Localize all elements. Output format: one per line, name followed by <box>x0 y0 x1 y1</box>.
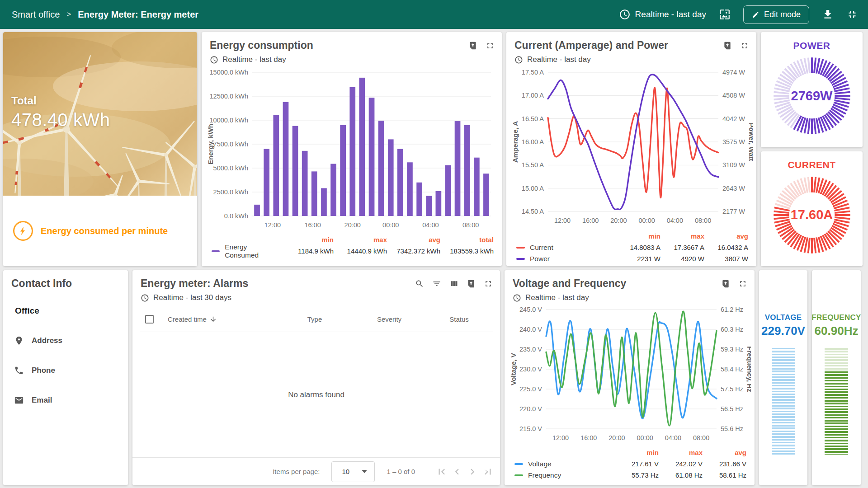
sort-arrow-icon <box>209 315 217 323</box>
legend-row: Energy Consumed 1184.9 kWh 14440.9 kWh 7… <box>212 245 494 257</box>
chart-legend: min max avg Current 14.8083 A 17.3667 A … <box>506 229 756 264</box>
svg-text:16:00: 16:00 <box>580 434 597 441</box>
svg-text:08:00: 08:00 <box>695 217 711 224</box>
columns-icon[interactable] <box>449 279 458 288</box>
contact-email-item[interactable]: Email <box>14 395 120 405</box>
legend-series-toggle[interactable]: Power <box>516 255 617 263</box>
svg-text:245.0 V: 245.0 V <box>519 306 542 313</box>
series-swatch <box>212 250 220 252</box>
legend-series-toggle[interactable]: Voltage <box>514 460 615 468</box>
svg-text:20:00: 20:00 <box>344 221 361 229</box>
last-page-icon[interactable] <box>482 466 494 478</box>
previous-page-icon[interactable] <box>451 466 463 478</box>
download-icon[interactable] <box>822 9 834 20</box>
total-energy-card: Total 478.40 kWh Energy consumed per min… <box>3 32 197 266</box>
timewindow-button[interactable]: Realtime - last day <box>619 9 706 20</box>
frequency-gauge-value: 60.90Hz <box>815 324 859 338</box>
expand-icon[interactable] <box>740 41 749 50</box>
edit-mode-button[interactable]: Edit mode <box>743 5 809 24</box>
items-per-page-label: Items per page: <box>273 468 320 475</box>
next-page-icon[interactable] <box>467 466 478 478</box>
voltage-frequency-chart[interactable]: 245.0 V61.2 Hz240.0 V60.3 Hz235.0 V59.3 … <box>508 304 751 445</box>
series-swatch <box>514 463 523 465</box>
contact-address-label: Address <box>32 336 62 345</box>
svg-text:Amperage, A: Amperage, A <box>511 121 519 163</box>
contact-address-item[interactable]: Address <box>14 336 120 346</box>
breadcrumb-dashboard[interactable]: Smart office <box>12 9 60 20</box>
legend-avg-value: 7342.372 kWh <box>387 247 440 255</box>
filter-icon[interactable] <box>432 279 441 288</box>
legend-avg-value: 231.66 V <box>703 460 746 468</box>
svg-text:59.3 Hz: 59.3 Hz <box>721 346 743 353</box>
total-value: 478.40 kWh <box>11 110 110 130</box>
export-icon[interactable] <box>723 41 732 50</box>
column-severity[interactable]: Severity <box>353 315 425 323</box>
export-icon[interactable] <box>468 41 477 50</box>
frequency-gauge-title: FREQUENCY <box>812 313 861 322</box>
svg-text:00:00: 00:00 <box>382 221 399 229</box>
items-per-page-select[interactable]: 10 <box>331 461 375 482</box>
energy-consumption-widget: Energy consumption Realtime - last day 1… <box>202 32 502 266</box>
voltage-level-gauge <box>772 348 795 455</box>
svg-text:12:00: 12:00 <box>554 217 571 224</box>
first-page-icon[interactable] <box>436 466 448 478</box>
export-icon[interactable] <box>721 279 730 288</box>
pagination-range: 1 – 0 of 0 <box>387 468 415 475</box>
alarms-widget: Energy meter: Alarms Realtime - last 30 … <box>132 270 500 485</box>
svg-text:12:00: 12:00 <box>552 434 569 441</box>
current-gauge-title: CURRENT <box>788 160 835 170</box>
legend-series-toggle[interactable]: Energy Consumed <box>212 243 280 259</box>
collapse-fullscreen-icon[interactable] <box>846 9 858 20</box>
svg-text:4042 W: 4042 W <box>722 115 745 122</box>
voltage-frequency-widget: Voltage and Frequency Realtime - last da… <box>505 270 755 485</box>
search-icon[interactable] <box>415 279 424 288</box>
widget-timewindow: Realtime - last day <box>525 293 589 302</box>
legend-header-max: max <box>659 449 703 456</box>
current-power-chart[interactable]: 17.50 A4974 W17.00 A4508 W16.50 A4042 W1… <box>510 66 753 229</box>
legend-min-value: 1184.9 kWh <box>280 247 334 255</box>
legend-header-avg: avg <box>704 232 748 240</box>
chart-legend: min max avg Voltage 217.61 V 242.02 V 23… <box>505 445 755 481</box>
alarms-pagination: Items per page: 10 1 – 0 of 0 <box>132 457 500 485</box>
legend-row: Current 14.8083 A 17.3667 A 16.0432 A <box>516 242 748 253</box>
svg-text:230.0 V: 230.0 V <box>519 366 542 373</box>
energy-consumption-chart[interactable]: 15000.0 kWh12500.0 kWh10000.0 kWh7500.0 … <box>205 66 497 232</box>
clock-icon <box>210 56 218 64</box>
expand-icon[interactable] <box>738 279 747 288</box>
svg-text:60.3 Hz: 60.3 Hz <box>721 326 743 333</box>
legend-max-value: 61.08 Hz <box>659 471 703 479</box>
svg-text:12:00: 12:00 <box>264 221 281 229</box>
power-gauge-card: POWER 2769W <box>761 32 863 147</box>
expand-icon[interactable] <box>486 41 495 50</box>
column-type[interactable]: Type <box>276 315 353 323</box>
legend-avg-value: 3807 W <box>704 255 748 263</box>
alarms-title: Energy meter: Alarms <box>141 277 248 290</box>
svg-text:00:00: 00:00 <box>639 217 655 224</box>
energy-per-minute-label: Energy consumed per minute <box>41 226 168 236</box>
legend-series-toggle[interactable]: Current <box>516 244 617 252</box>
series-swatch <box>516 258 525 260</box>
column-created-time[interactable]: Created time <box>168 315 276 323</box>
legend-series-toggle[interactable]: Frequency <box>514 471 615 479</box>
svg-text:2500.0 kWh: 2500.0 kWh <box>213 188 248 196</box>
svg-text:61.2 Hz: 61.2 Hz <box>721 306 743 313</box>
contact-title: Contact Info <box>11 277 120 290</box>
legend-header-min: min <box>280 236 334 244</box>
current-gauge-card: CURRENT 17.60A <box>761 151 863 267</box>
dashboard-image-icon[interactable] <box>719 9 731 20</box>
legend-avg-value: 58.61 Hz <box>703 471 746 479</box>
location-pin-icon <box>14 336 24 346</box>
legend-header-max: max <box>660 232 704 240</box>
contact-phone-item[interactable]: Phone <box>14 366 120 375</box>
current-power-widget: Current (Amperage) and Power Realtime - … <box>506 32 756 266</box>
svg-text:08:00: 08:00 <box>462 221 479 229</box>
svg-text:08:00: 08:00 <box>693 434 709 441</box>
expand-icon[interactable] <box>484 279 493 288</box>
svg-text:0.0 kWh: 0.0 kWh <box>224 212 248 220</box>
widget-title: Current (Amperage) and Power <box>514 39 668 52</box>
svg-text:15.50 A: 15.50 A <box>522 161 544 169</box>
column-status[interactable]: Status <box>425 315 493 323</box>
svg-text:16.50 A: 16.50 A <box>522 115 544 122</box>
select-all-checkbox[interactable] <box>145 315 154 324</box>
export-icon[interactable] <box>467 279 476 288</box>
